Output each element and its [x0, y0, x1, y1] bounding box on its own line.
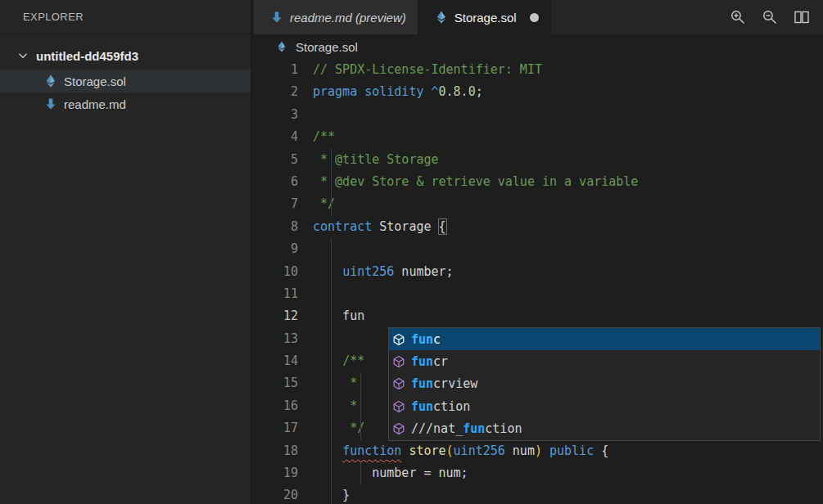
line-number: 9 [254, 238, 313, 260]
code-text: number = num; [313, 462, 468, 484]
zoom-out-icon[interactable] [760, 7, 780, 27]
code-text: /** [313, 126, 335, 148]
indent-guide [360, 373, 361, 440]
method-icon [392, 355, 405, 368]
suggest-item[interactable]: funcr [389, 350, 820, 372]
code-line[interactable]: 1// SPDX-License-Identifier: MIT [254, 59, 823, 81]
code-text: * @title Storage [313, 149, 439, 171]
tab-readme-md-preview-[interactable]: readme.md (preview) [254, 0, 418, 34]
file-row-readme-md[interactable]: readme.md [0, 92, 251, 115]
code-text: * @dev Store & retrieve value in a varia… [313, 171, 638, 193]
file-label: readme.md [64, 97, 126, 111]
method-icon [392, 422, 405, 435]
indent-guide [360, 462, 361, 485]
chevron-down-icon [16, 49, 29, 62]
suggest-item[interactable]: ///nat_function [389, 418, 820, 440]
code-line[interactable]: 9 [254, 238, 823, 260]
line-number: 16 [254, 395, 313, 417]
code-line[interactable]: 3 [254, 104, 823, 126]
breadcrumb-label: Storage.sol [296, 40, 358, 54]
code-line[interactable]: 18 function store(uint256 num) public { [254, 440, 823, 462]
split-editor-icon[interactable] [792, 7, 812, 27]
line-number: 11 [254, 283, 313, 305]
vscode-window: EXPLORER untitled-dd459fd3 Storage.solre… [0, 0, 823, 504]
solidity-icon [276, 41, 287, 52]
code-text: fun [313, 305, 364, 327]
line-number: 1 [254, 59, 313, 81]
line-number: 4 [254, 126, 313, 148]
tab-label: Storage.sol [454, 11, 517, 25]
suggest-item[interactable]: func [389, 328, 820, 350]
zoom-in-icon[interactable] [728, 7, 748, 27]
method-icon [392, 400, 405, 413]
code-text: uint256 number; [313, 261, 454, 283]
editor-actions [728, 0, 812, 34]
suggest-label: funcrview [411, 376, 477, 391]
line-number: 19 [254, 462, 313, 484]
folder-label: untitled-dd459fd3 [36, 49, 138, 63]
code-text: * [313, 372, 364, 394]
folder-row-untitled[interactable]: untitled-dd459fd3 [0, 44, 251, 67]
indent-guide [331, 149, 332, 216]
line-number: 15 [254, 372, 313, 394]
method-icon [392, 377, 405, 390]
code-line[interactable]: 5 * @title Storage [254, 149, 823, 171]
file-row-storage-sol[interactable]: Storage.sol [0, 70, 251, 92]
line-number: 18 [254, 440, 313, 462]
code-text: /** [313, 350, 364, 372]
line-number: 13 [254, 328, 313, 350]
code-text: */ [313, 193, 335, 215]
code-text: */ [313, 417, 364, 439]
method-icon [392, 333, 405, 346]
solidity-icon [44, 74, 57, 88]
explorer-header: EXPLORER [0, 0, 251, 34]
line-number: 17 [254, 417, 313, 439]
markdown-icon [270, 11, 283, 24]
code-text: pragma solidity ^0.8.0; [313, 81, 483, 103]
suggest-label: funcr [411, 354, 448, 369]
code-text: // SPDX-License-Identifier: MIT [313, 59, 542, 81]
line-number: 7 [254, 193, 313, 215]
code-text: contract Storage { [313, 216, 446, 238]
line-number: 14 [254, 350, 313, 372]
line-number: 2 [254, 81, 313, 103]
breadcrumb[interactable]: Storage.sol [254, 34, 823, 59]
suggest-item[interactable]: function [389, 395, 820, 417]
code-line[interactable]: 12 fun [254, 305, 823, 327]
solidity-icon [435, 11, 448, 24]
line-number: 10 [254, 261, 313, 283]
suggest-widget: funcfuncrfuncrviewfunction///nat_functio… [388, 327, 821, 441]
indent-guide [331, 238, 332, 504]
line-number: 20 [254, 484, 313, 504]
line-number: 6 [254, 171, 313, 193]
line-number: 8 [254, 216, 313, 238]
code-line[interactable]: 6 * @dev Store & retrieve value in a var… [254, 171, 823, 193]
suggest-label: func [411, 332, 441, 347]
suggest-item[interactable]: funcrview [389, 373, 820, 395]
line-number: 5 [254, 149, 313, 171]
code-line[interactable]: 2pragma solidity ^0.8.0; [254, 81, 823, 103]
line-number: 12 [254, 305, 313, 327]
code-line[interactable]: 8contract Storage { [254, 216, 823, 238]
explorer-sidebar: EXPLORER untitled-dd459fd3 Storage.solre… [0, 0, 252, 504]
line-number: 3 [254, 104, 313, 126]
code-line[interactable]: 19 number = num; [254, 462, 823, 484]
modified-dot[interactable] [530, 13, 539, 22]
code-line[interactable]: 11 [254, 283, 823, 305]
explorer-title: EXPLORER [23, 11, 84, 23]
tab-storage-sol[interactable]: Storage.sol [418, 0, 551, 34]
code-line[interactable]: 10 uint256 number; [254, 261, 823, 283]
tab-label: readme.md (preview) [290, 11, 406, 25]
code-line[interactable]: 20 } [254, 484, 823, 504]
markdown-icon [44, 97, 57, 110]
suggest-label: ///nat_function [411, 421, 522, 436]
code-line[interactable]: 7 */ [254, 193, 823, 215]
code-line[interactable]: 4/** [254, 126, 823, 148]
suggest-label: function [411, 399, 470, 414]
code-text: function store(uint256 num) public { [313, 440, 608, 462]
file-label: Storage.sol [64, 74, 126, 88]
code-text: * [313, 395, 364, 417]
